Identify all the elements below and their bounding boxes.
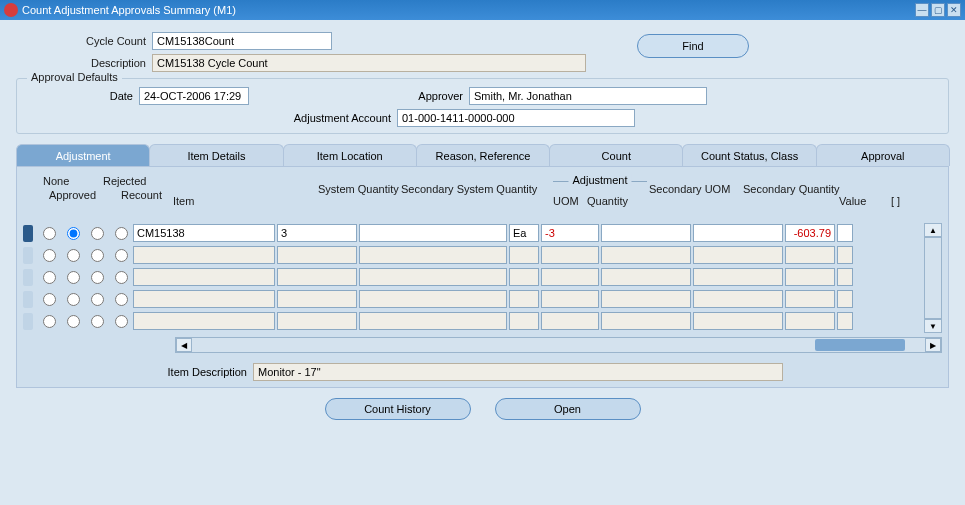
radio-rejected[interactable] <box>91 293 104 306</box>
scroll-down-button[interactable]: ▼ <box>924 319 942 333</box>
radio-none[interactable] <box>43 315 56 328</box>
cell-sysqty[interactable] <box>277 246 357 264</box>
date-field[interactable]: 24-OCT-2006 17:29 <box>139 87 249 105</box>
open-button[interactable]: Open <box>495 398 641 420</box>
vertical-scrollbar[interactable]: ▲ ▼ <box>924 223 942 333</box>
cell-secuom[interactable] <box>601 224 691 242</box>
radio-none[interactable] <box>43 293 56 306</box>
cell-uom[interactable]: Ea <box>509 224 539 242</box>
row-indicator[interactable] <box>23 313 33 330</box>
row-indicator[interactable] <box>23 247 33 264</box>
cell-value[interactable] <box>785 246 835 264</box>
table-row[interactable] <box>23 245 924 265</box>
cell-check[interactable] <box>837 268 853 286</box>
cell-value[interactable] <box>785 290 835 308</box>
cell-check[interactable] <box>837 246 853 264</box>
cell-uom[interactable] <box>509 246 539 264</box>
radio-rejected[interactable] <box>91 315 104 328</box>
cell-value[interactable] <box>785 268 835 286</box>
cell-item[interactable] <box>133 290 275 308</box>
radio-recount[interactable] <box>115 249 128 262</box>
tab-reason-reference[interactable]: Reason, Reference <box>416 144 550 166</box>
radio-recount[interactable] <box>115 271 128 284</box>
approver-field[interactable]: Smith, Mr. Jonathan <box>469 87 707 105</box>
cell-item[interactable]: CM15138 <box>133 224 275 242</box>
cell-adjqty[interactable] <box>541 246 599 264</box>
cell-item[interactable] <box>133 268 275 286</box>
radio-approved[interactable] <box>67 249 80 262</box>
radio-none[interactable] <box>43 227 56 240</box>
tab-item-details[interactable]: Item Details <box>149 144 283 166</box>
find-button[interactable]: Find <box>637 34 749 58</box>
radio-none[interactable] <box>43 271 56 284</box>
cell-adjqty[interactable] <box>541 312 599 330</box>
scroll-right-button[interactable]: ▶ <box>925 338 941 352</box>
tab-item-location[interactable]: Item Location <box>283 144 417 166</box>
row-indicator[interactable] <box>23 225 33 242</box>
cell-secqty[interactable] <box>693 290 783 308</box>
scroll-track[interactable] <box>924 237 942 319</box>
cell-item[interactable] <box>133 246 275 264</box>
cell-uom[interactable] <box>509 312 539 330</box>
radio-approved[interactable] <box>67 315 80 328</box>
tab-adjustment[interactable]: Adjustment <box>16 144 150 166</box>
radio-approved[interactable] <box>67 227 80 240</box>
radio-rejected[interactable] <box>91 227 104 240</box>
radio-rejected[interactable] <box>91 249 104 262</box>
cell-secuom[interactable] <box>601 290 691 308</box>
radio-recount[interactable] <box>115 293 128 306</box>
radio-recount[interactable] <box>115 227 128 240</box>
maximize-button[interactable]: ▢ <box>931 3 945 17</box>
cell-secsys[interactable] <box>359 246 507 264</box>
cell-secuom[interactable] <box>601 312 691 330</box>
cell-uom[interactable] <box>509 290 539 308</box>
cell-adjqty[interactable] <box>541 268 599 286</box>
cycle-count-field[interactable]: CM15138Count <box>152 32 332 50</box>
cell-secsys[interactable] <box>359 224 507 242</box>
cell-adjqty[interactable]: -3 <box>541 224 599 242</box>
cell-check[interactable] <box>837 312 853 330</box>
cell-secqty[interactable] <box>693 268 783 286</box>
minimize-button[interactable]: — <box>915 3 929 17</box>
cell-sysqty[interactable] <box>277 268 357 286</box>
cell-item[interactable] <box>133 312 275 330</box>
cell-value[interactable]: -603.79 <box>785 224 835 242</box>
radio-approved[interactable] <box>67 293 80 306</box>
close-button[interactable]: ✕ <box>947 3 961 17</box>
row-indicator[interactable] <box>23 269 33 286</box>
cell-secsys[interactable] <box>359 268 507 286</box>
cell-secsys[interactable] <box>359 290 507 308</box>
radio-approved[interactable] <box>67 271 80 284</box>
table-row[interactable] <box>23 267 924 287</box>
cell-secuom[interactable] <box>601 246 691 264</box>
cell-secsys[interactable] <box>359 312 507 330</box>
radio-rejected[interactable] <box>91 271 104 284</box>
cell-sysqty[interactable] <box>277 312 357 330</box>
horizontal-scrollbar[interactable]: ◀ ▶ <box>175 337 942 353</box>
scroll-left-button[interactable]: ◀ <box>176 338 192 352</box>
table-row[interactable] <box>23 289 924 309</box>
cell-secqty[interactable] <box>693 224 783 242</box>
cell-sysqty[interactable]: 3 <box>277 224 357 242</box>
tab-approval[interactable]: Approval <box>816 144 950 166</box>
tab-count[interactable]: Count <box>549 144 683 166</box>
tab-count-status-class[interactable]: Count Status, Class <box>682 144 816 166</box>
table-row[interactable]: CM15138 3 Ea -3 -603.79 <box>23 223 924 243</box>
hscroll-track[interactable] <box>192 338 925 352</box>
cell-secqty[interactable] <box>693 246 783 264</box>
cell-uom[interactable] <box>509 268 539 286</box>
cell-check[interactable] <box>837 224 853 242</box>
radio-none[interactable] <box>43 249 56 262</box>
hscroll-thumb[interactable] <box>815 339 905 351</box>
cell-secuom[interactable] <box>601 268 691 286</box>
cell-secqty[interactable] <box>693 312 783 330</box>
table-row[interactable] <box>23 311 924 331</box>
scroll-up-button[interactable]: ▲ <box>924 223 942 237</box>
cell-value[interactable] <box>785 312 835 330</box>
cell-sysqty[interactable] <box>277 290 357 308</box>
adj-account-field[interactable]: 01-000-1411-0000-000 <box>397 109 635 127</box>
cell-check[interactable] <box>837 290 853 308</box>
count-history-button[interactable]: Count History <box>325 398 471 420</box>
radio-recount[interactable] <box>115 315 128 328</box>
cell-adjqty[interactable] <box>541 290 599 308</box>
